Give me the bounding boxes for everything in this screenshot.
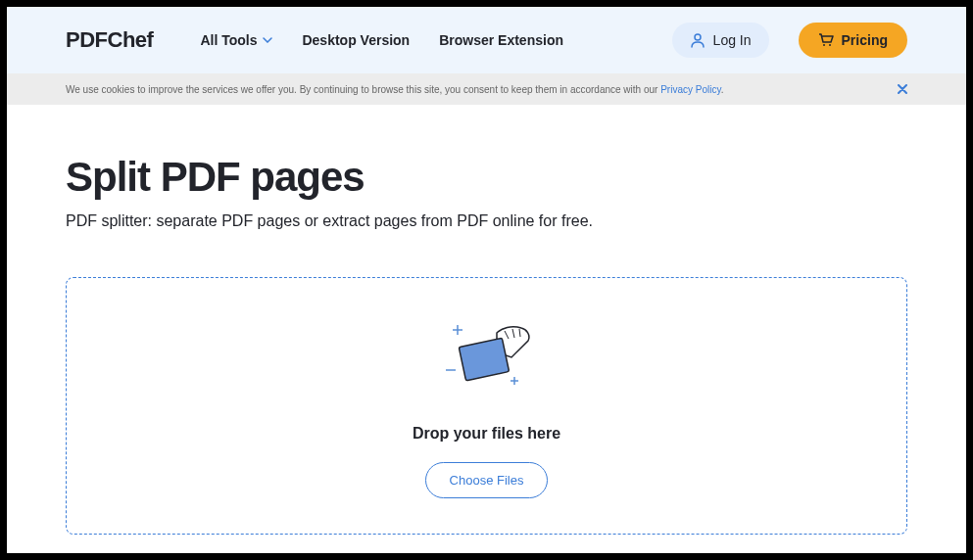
login-button[interactable]: Log In (672, 23, 769, 58)
drop-text: Drop your files here (86, 425, 887, 443)
pricing-label: Pricing (842, 32, 888, 48)
logo[interactable]: PDFChef (66, 27, 153, 53)
nav-all-tools[interactable]: All Tools (200, 32, 272, 48)
nav-extension-label: Browser Extension (439, 32, 563, 48)
login-label: Log In (713, 32, 752, 48)
chevron-down-icon (263, 37, 272, 43)
main-content: Split PDF pages PDF splitter: separate P… (7, 105, 966, 560)
svg-point-2 (829, 44, 831, 46)
cookie-banner: We use cookies to improve the services w… (7, 73, 966, 105)
cart-icon (818, 32, 834, 48)
pricing-button[interactable]: Pricing (799, 23, 907, 58)
nav-desktop-label: Desktop Version (302, 32, 410, 48)
nav-desktop-version[interactable]: Desktop Version (302, 32, 410, 48)
nav-browser-extension[interactable]: Browser Extension (439, 32, 563, 48)
privacy-policy-link[interactable]: Privacy Policy (660, 84, 721, 95)
drop-illustration (428, 313, 546, 401)
nav-all-tools-label: All Tools (200, 32, 257, 48)
file-dropzone[interactable]: Drop your files here Choose Files (66, 277, 907, 535)
svg-point-0 (695, 34, 701, 40)
page-subtitle: PDF splitter: separate PDF pages or extr… (66, 212, 907, 230)
cookie-close-button[interactable] (898, 81, 907, 97)
header: PDFChef All Tools Desktop Version Browse… (7, 7, 966, 73)
page-title: Split PDF pages (66, 154, 907, 201)
svg-point-1 (823, 44, 825, 46)
cookie-text: We use cookies to improve the services w… (66, 84, 723, 95)
svg-rect-3 (459, 338, 509, 381)
close-icon (898, 84, 907, 94)
user-icon (690, 32, 705, 48)
choose-files-button[interactable]: Choose Files (425, 462, 549, 498)
